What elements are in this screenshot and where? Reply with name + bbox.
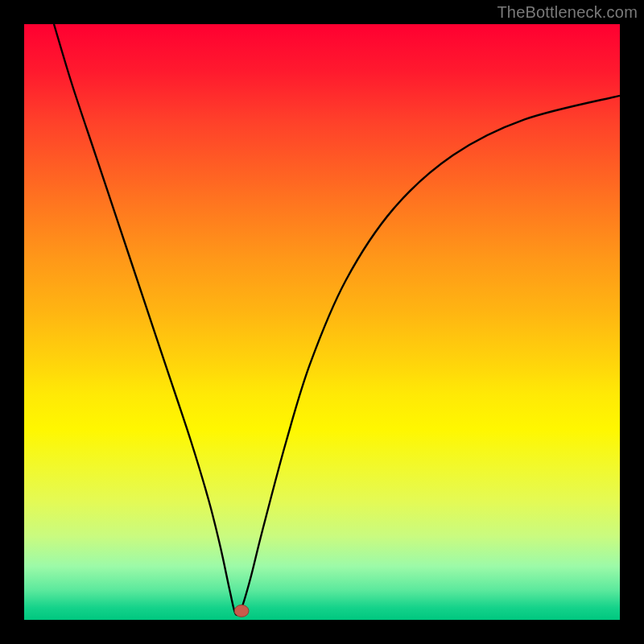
bottleneck-curve — [24, 24, 620, 620]
chart-frame: TheBottleneck.com — [0, 0, 644, 644]
curve-path — [54, 24, 620, 615]
minimum-marker — [234, 605, 249, 617]
plot-area — [24, 24, 620, 620]
watermark-text: TheBottleneck.com — [497, 3, 638, 22]
